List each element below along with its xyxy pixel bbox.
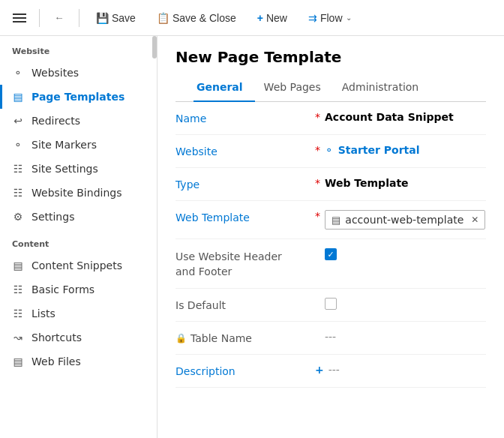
field-web-template-required: * xyxy=(315,210,320,222)
shortcut-icon: ↝ xyxy=(12,332,24,344)
sidebar-item-website-bindings[interactable]: ☷ Website Bindings xyxy=(0,181,157,205)
sidebar-label-websites: Websites xyxy=(32,67,79,79)
field-use-header-value: ✓ xyxy=(325,248,486,260)
snippet-icon: ▤ xyxy=(12,260,24,272)
sidebar-item-site-markers[interactable]: ⚬ Site Markers xyxy=(0,133,157,157)
file-chip-icon: ▤ xyxy=(332,214,340,226)
field-is-default-row: Is Default * xyxy=(176,289,486,322)
use-header-checkbox[interactable]: ✓ xyxy=(325,248,337,260)
field-description-required: + xyxy=(315,364,324,376)
field-use-header-label: Use Website Header and Footer xyxy=(176,248,310,279)
field-table-name-row: 🔒 Table Name * --- xyxy=(176,322,486,355)
field-type-text: Web Template xyxy=(325,177,409,189)
sidebar-label-content-snippets: Content Snippets xyxy=(32,260,122,272)
field-table-name-value: --- xyxy=(325,331,486,343)
back-icon: ← xyxy=(54,12,64,23)
page-title: New Page Template xyxy=(176,48,486,66)
web-template-clear-button[interactable]: ✕ xyxy=(471,214,478,225)
field-is-default-value xyxy=(325,298,486,310)
marker-icon: ⚬ xyxy=(12,139,24,151)
sidebar-item-lists[interactable]: ☷ Lists xyxy=(0,302,157,326)
field-website-required: * xyxy=(315,144,320,156)
field-name-required: * xyxy=(315,111,320,123)
toolbar: ← 💾 Save 📋 Save & Close + New ⇉ Flow ⌄ xyxy=(0,0,504,36)
new-button[interactable]: + New xyxy=(250,9,295,27)
tab-web-pages[interactable]: Web Pages xyxy=(261,75,333,102)
sidebar-label-website-bindings: Website Bindings xyxy=(32,187,122,199)
list-icon: ☷ xyxy=(12,308,24,320)
toolbar-divider-2 xyxy=(79,9,80,27)
field-web-template-label: Web Template xyxy=(176,210,310,224)
field-website-value: ⚬ Starter Portal xyxy=(325,144,486,156)
field-description-value: --- xyxy=(328,364,486,376)
sidebar-label-shortcuts: Shortcuts xyxy=(32,332,82,344)
flow-label: Flow xyxy=(320,12,343,24)
sidebar-item-basic-forms[interactable]: ☷ Basic Forms xyxy=(0,278,157,302)
content-header: New Page Template General Web Pages Admi… xyxy=(158,36,504,102)
sidebar-item-redirects[interactable]: ↩ Redirects xyxy=(0,109,157,133)
save-close-label: Save & Close xyxy=(172,12,236,24)
checkmark-icon: ✓ xyxy=(327,250,334,259)
new-label: New xyxy=(266,12,287,24)
gear-icon: ⚙ xyxy=(12,211,24,223)
description-dash: --- xyxy=(328,364,340,376)
sidebar-item-content-snippets[interactable]: ▤ Content Snippets xyxy=(0,254,157,278)
sidebar-item-shortcuts[interactable]: ↝ Shortcuts xyxy=(0,326,157,350)
bindings-icon: ☷ xyxy=(12,187,24,199)
save-icon: 💾 xyxy=(96,12,109,24)
field-type-value: Web Template xyxy=(325,177,486,189)
sidebar-item-page-templates[interactable]: ▤ Page Templates xyxy=(0,85,157,109)
flow-button[interactable]: ⇉ Flow ⌄ xyxy=(301,9,359,27)
chevron-down-icon: ⌄ xyxy=(346,14,352,22)
web-files-icon: ▤ xyxy=(12,356,24,368)
field-type-required: * xyxy=(315,177,320,189)
field-name-row: Name * Account Data Snippet xyxy=(176,102,486,135)
grid-icon: ☷ xyxy=(12,163,24,175)
new-icon: + xyxy=(257,12,263,24)
sidebar-label-lists: Lists xyxy=(32,308,56,320)
web-template-chip-text: account-web-template xyxy=(345,214,464,226)
field-web-template-row: Web Template * ▤ account-web-template ✕ xyxy=(176,201,486,239)
field-type-label: Type xyxy=(176,177,310,190)
flow-icon: ⇉ xyxy=(308,12,317,24)
sidebar-label-site-settings: Site Settings xyxy=(32,163,98,175)
sidebar-item-web-files[interactable]: ▤ Web Files xyxy=(0,350,157,374)
form-icon: ☷ xyxy=(12,284,24,296)
sidebar-item-websites[interactable]: ⚬ Websites xyxy=(0,61,157,85)
sidebar-label-web-files: Web Files xyxy=(32,356,81,368)
field-use-header-row: Use Website Header and Footer * ✓ xyxy=(176,239,486,289)
save-close-icon: 📋 xyxy=(157,12,170,24)
tab-general[interactable]: General xyxy=(194,75,255,102)
form-body: Name * Account Data Snippet Website * ⚬ … xyxy=(158,102,504,438)
back-button[interactable]: ← xyxy=(49,8,70,28)
lock-icon: 🔒 xyxy=(176,333,187,344)
field-table-name-label: 🔒 Table Name xyxy=(176,331,310,344)
redirect-icon: ↩ xyxy=(12,115,24,127)
field-web-template-value: ▤ account-web-template ✕ xyxy=(325,210,486,230)
save-label: Save xyxy=(112,12,136,24)
is-default-checkbox[interactable] xyxy=(325,298,337,310)
sidebar-label-redirects: Redirects xyxy=(32,115,80,127)
sidebar-section-content: Content xyxy=(0,229,157,254)
website-link[interactable]: ⚬ Starter Portal xyxy=(325,144,420,156)
field-description-row: Description + --- xyxy=(176,355,486,388)
field-type-row: Type * Web Template xyxy=(176,168,486,201)
table-name-label-text: Table Name xyxy=(190,332,252,344)
sidebar-section-website: Website xyxy=(0,36,157,61)
field-description-label: Description xyxy=(176,364,310,377)
sidebar-item-site-settings[interactable]: ☷ Site Settings xyxy=(0,157,157,181)
tab-administration[interactable]: Administration xyxy=(339,75,430,102)
hamburger-button[interactable] xyxy=(9,8,30,28)
sidebar-label-site-markers: Site Markers xyxy=(32,139,97,151)
sidebar-label-basic-forms: Basic Forms xyxy=(32,284,94,296)
field-name-label: Name xyxy=(176,111,310,124)
sidebar-item-settings[interactable]: ⚙ Settings xyxy=(0,205,157,229)
page-icon: ▤ xyxy=(12,91,24,103)
globe-link-icon: ⚬ xyxy=(325,144,334,156)
save-button[interactable]: 💾 Save xyxy=(88,9,143,27)
save-close-button[interactable]: 📋 Save & Close xyxy=(149,9,244,27)
field-is-default-label: Is Default xyxy=(176,298,310,311)
web-template-chip[interactable]: ▤ account-web-template ✕ xyxy=(325,210,485,230)
sidebar-label-page-templates: Page Templates xyxy=(32,91,124,103)
field-website-row: Website * ⚬ Starter Portal xyxy=(176,135,486,168)
